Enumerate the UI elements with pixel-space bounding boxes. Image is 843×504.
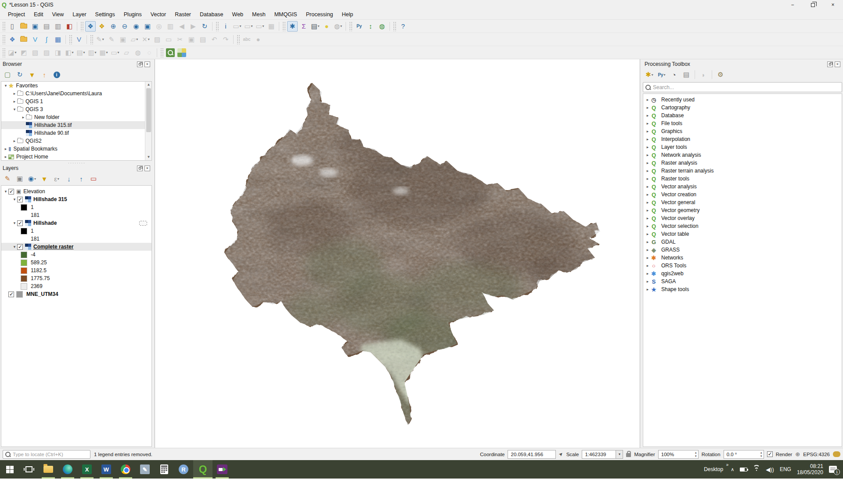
- pan-to-selection-icon[interactable]: ❖: [97, 21, 107, 32]
- expand-arrow-icon[interactable]: ▸: [645, 232, 650, 236]
- modify-attributes-icon[interactable]: ▨: [152, 34, 162, 45]
- messages-icon[interactable]: [833, 451, 840, 457]
- save-layer-edits-icon[interactable]: ▣: [118, 34, 128, 45]
- layers-float-button[interactable]: [137, 166, 143, 171]
- expand-arrow-icon[interactable]: ▸: [645, 224, 650, 228]
- processing-float-button[interactable]: [827, 61, 833, 67]
- manage-map-themes-icon[interactable]: ◉▾: [27, 173, 37, 184]
- pin-labels-icon[interactable]: ◪▾: [7, 47, 18, 58]
- expand-arrow-icon[interactable]: ▸: [645, 263, 650, 268]
- annotation-marker-icon[interactable]: ◍: [133, 47, 143, 58]
- layer-visibility-checkbox[interactable]: [17, 197, 23, 202]
- menu-mesh[interactable]: Mesh: [248, 10, 270, 19]
- processing-group-interpolation[interactable]: ▸QInterpolation: [643, 135, 842, 143]
- processing-search-input[interactable]: [653, 84, 830, 90]
- expand-arrow-icon[interactable]: ▸: [3, 147, 8, 151]
- crs-globe-icon[interactable]: ⊕: [795, 451, 800, 457]
- refresh-browser-icon[interactable]: ↻: [14, 69, 25, 80]
- layer-item-4[interactable]: -4: [1, 251, 151, 259]
- label-callout-icon[interactable]: ▭▾: [110, 47, 120, 58]
- filter-browser-icon[interactable]: ▼: [27, 69, 37, 80]
- edit-features-in-place-icon[interactable]: ◗: [698, 69, 709, 80]
- processing-group-vector-table[interactable]: ▸QVector table: [643, 230, 842, 238]
- toolbar-drag-handle[interactable]: [80, 22, 83, 31]
- processing-group-networks[interactable]: ▸✱Networks: [643, 254, 842, 262]
- refresh-map-icon[interactable]: ↻: [199, 21, 210, 32]
- processing-group-cartography[interactable]: ▸QCartography: [643, 104, 842, 112]
- plugin-layers-icon[interactable]: ↕: [365, 21, 376, 32]
- statistical-summary-icon[interactable]: Σ: [299, 21, 309, 32]
- select-by-expression-icon[interactable]: ▭▾: [243, 21, 254, 32]
- toolbar-drag-handle[interactable]: [282, 22, 285, 31]
- show-hidden-labels-icon[interactable]: ▧: [30, 47, 40, 58]
- quickmap-services-icon[interactable]: [177, 47, 187, 58]
- layer-item-1775-75[interactable]: 1775.75: [1, 274, 151, 282]
- processing-group-vector-selection[interactable]: ▸QVector selection: [643, 222, 842, 230]
- scale-dropdown-icon[interactable]: ▼: [616, 450, 623, 459]
- taskbar-clock[interactable]: 08:21 18/05/2020: [797, 463, 823, 475]
- layer-item-hillshade-315[interactable]: ▾Hillshade 315: [1, 195, 151, 203]
- expand-arrow-icon[interactable]: ▸: [645, 287, 650, 292]
- new-raster-layer-icon[interactable]: ▦: [53, 34, 63, 45]
- restore-button[interactable]: [803, 0, 823, 10]
- toolbar-drag-handle[interactable]: [2, 22, 5, 31]
- add-group-icon[interactable]: ▣: [14, 173, 25, 184]
- cut-features-icon[interactable]: ✂: [175, 34, 185, 45]
- browser-item-project-home[interactable]: ▸Project Home: [1, 153, 151, 161]
- expand-arrow-icon[interactable]: ▸: [12, 91, 17, 96]
- layer-item-589-25[interactable]: 589.25: [1, 259, 151, 266]
- expand-arrow-icon[interactable]: ▸: [645, 161, 650, 165]
- extents-toggle-icon[interactable]: ➤: [558, 451, 565, 458]
- locate-input[interactable]: [13, 452, 83, 457]
- toolbar-drag-handle[interactable]: [216, 22, 219, 31]
- processing-group-vector-general[interactable]: ▸QVector general: [643, 198, 842, 206]
- help-contents-icon[interactable]: ?: [398, 21, 408, 32]
- expand-arrow-icon[interactable]: ▸: [645, 176, 650, 181]
- menu-view[interactable]: View: [47, 10, 68, 19]
- move-label-icon[interactable]: ▨: [41, 47, 52, 58]
- expand-arrow-icon[interactable]: ▸: [645, 137, 650, 141]
- zoom-next-icon[interactable]: ▶: [188, 21, 198, 32]
- processing-group-database[interactable]: ▸QDatabase: [643, 112, 842, 119]
- toggle-editing-icon[interactable]: ✎: [106, 34, 117, 45]
- zoom-last-icon[interactable]: ◀: [177, 21, 187, 32]
- menu-vector[interactable]: Vector: [146, 10, 170, 19]
- toolbar-drag-handle[interactable]: [349, 22, 352, 31]
- map-canvas[interactable]: [155, 59, 640, 448]
- change-label-properties-icon[interactable]: ◧▾: [64, 47, 75, 58]
- zoom-native-icon[interactable]: ◉: [131, 21, 141, 32]
- processing-group-recently-used[interactable]: ▸◷Recently used: [643, 96, 842, 104]
- layer-item-complete-raster[interactable]: ▾Complete raster: [1, 243, 151, 251]
- vertex-tool-icon[interactable]: ✕▾: [140, 34, 151, 45]
- epsg-status[interactable]: EPSG:4326: [803, 452, 830, 457]
- processing-group-vector-creation[interactable]: ▸QVector creation: [643, 191, 842, 198]
- layer-visibility-checkbox[interactable]: [17, 244, 23, 250]
- locate-box[interactable]: [3, 450, 90, 459]
- filter-legend-icon[interactable]: ▼: [39, 173, 50, 184]
- processing-group-vector-overlay[interactable]: ▸QVector overlay: [643, 214, 842, 222]
- menu-raster[interactable]: Raster: [170, 10, 195, 19]
- layer-visibility-checkbox[interactable]: [17, 220, 23, 226]
- layer-item-181[interactable]: 181: [1, 211, 151, 219]
- processing-group-gdal[interactable]: ▸GGDAL: [643, 238, 842, 246]
- show-layout-manager-icon[interactable]: ▥: [53, 21, 63, 32]
- layer-visibility-checkbox[interactable]: [8, 292, 14, 297]
- magnifier-spinner[interactable]: 100% ▲▼: [658, 450, 699, 459]
- menu-help[interactable]: Help: [338, 10, 358, 19]
- browser-item-qgis-3[interactable]: ▾QGIS 3: [1, 105, 151, 113]
- layer-item-1[interactable]: 1: [1, 203, 151, 211]
- expand-arrow-icon[interactable]: ▸: [645, 113, 650, 118]
- expand-arrow-icon[interactable]: ▾: [3, 189, 8, 194]
- menu-edit[interactable]: Edit: [29, 10, 48, 19]
- taskbar-calculator-icon[interactable]: [155, 460, 174, 479]
- expand-arrow-icon[interactable]: ▸: [645, 97, 650, 102]
- add-feature-icon[interactable]: ▱▾: [129, 34, 140, 45]
- processing-group-saga[interactable]: ▸SSAGA: [643, 277, 842, 285]
- options-wrench-icon[interactable]: ⚙: [715, 69, 726, 80]
- browser-float-button[interactable]: [137, 61, 143, 67]
- taskbar-qgis-icon[interactable]: Q: [193, 460, 213, 479]
- undo-icon[interactable]: ↶: [209, 34, 220, 45]
- processing-group-raster-tools[interactable]: ▸QRaster tools: [643, 175, 842, 183]
- expand-arrow-icon[interactable]: ▸: [3, 155, 8, 159]
- taskbar-edge-icon[interactable]: [58, 460, 77, 479]
